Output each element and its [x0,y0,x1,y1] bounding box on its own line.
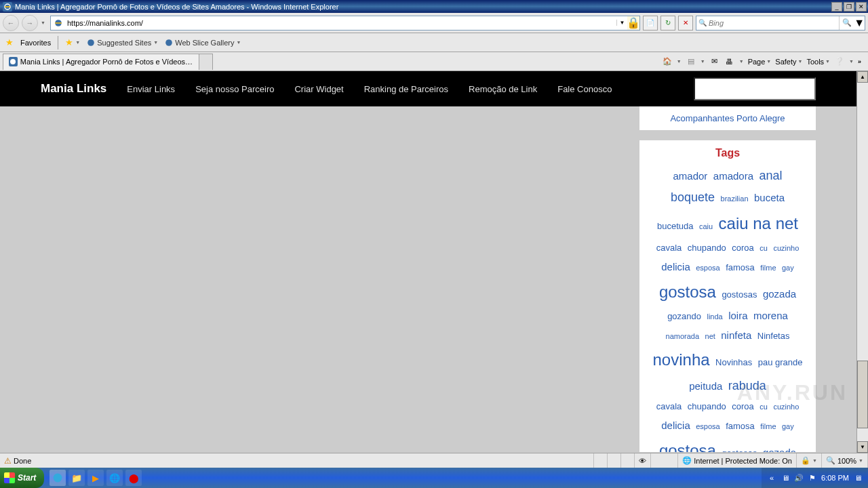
favorites-label[interactable]: Favorites [20,39,51,47]
privacy-cell[interactable]: 👁 [635,453,651,468]
browser-tab[interactable]: Mania Links | Agregador Pornô de Fotos e… [3,54,199,70]
tag-link[interactable]: morena [753,310,788,321]
tag-link[interactable]: ninfeta [721,329,751,341]
nav-widget[interactable]: Criar Widget [294,84,343,94]
vertical-scrollbar[interactable]: ▲ ▼ [856,71,868,453]
tag-link[interactable]: chupando [688,401,726,411]
taskbar-media-icon[interactable]: ▶ [87,470,104,486]
tag-link[interactable]: cuzinho [773,403,799,411]
nav-parceiro[interactable]: Seja nosso Parceiro [195,84,274,94]
lock-icon[interactable]: 🔒 [627,16,639,30]
new-tab-button[interactable] [199,54,213,70]
overflow-icon[interactable]: » [858,58,861,65]
forward-button[interactable]: → [22,15,38,31]
sidebar-link[interactable]: Acompanhantes Porto Alegre [670,113,785,123]
tag-link[interactable]: net [705,332,715,340]
site-logo[interactable]: Mania Links [41,82,106,96]
tag-link[interactable]: coroa [732,401,754,411]
tag-link[interactable]: namorada [666,332,700,340]
tag-link[interactable]: amadora [713,170,753,182]
url-input[interactable] [66,18,616,28]
tag-link[interactable]: cu [760,244,768,252]
tag-link[interactable]: filme [760,422,776,430]
nav-history-dropdown[interactable]: ▼ [41,20,47,25]
back-button[interactable]: ← [3,15,19,31]
tag-link[interactable]: esposa [696,264,719,272]
taskbar-ie-icon[interactable] [50,470,66,486]
protected-mode-cell[interactable]: 🔒▼ [797,453,822,468]
tag-link[interactable]: delicia [661,261,690,272]
tray-expand-icon[interactable]: « [767,473,776,483]
tag-link[interactable]: filme [760,264,776,272]
site-search-input[interactable] [694,77,816,100]
safety-menu[interactable]: Safety▼ [775,58,802,66]
scroll-track[interactable] [857,83,868,441]
refresh-button[interactable]: ↻ [660,16,675,30]
webslice-link[interactable]: Web Slice Gallery▼ [165,39,241,47]
tag-link[interactable]: brazilian [721,195,749,203]
tag-link[interactable]: rabuda [728,379,766,392]
tag-link[interactable]: buceta [754,192,785,203]
close-button[interactable]: ✕ [856,2,867,12]
tag-link[interactable]: novinha [653,350,710,369]
tag-link[interactable]: amador [673,170,708,182]
tag-link[interactable]: caiu na net [719,214,798,232]
zone-cell[interactable]: 🌐 Internet | Protected Mode: On [678,453,797,468]
tag-link[interactable]: gostosas [722,448,757,452]
tag-link[interactable]: caiu [699,222,713,230]
tag-link[interactable]: gostosa [659,283,716,301]
suggested-sites-link[interactable]: Suggested Sites▼ [87,39,158,47]
tag-link[interactable]: chupando [688,243,726,253]
tag-link[interactable]: bucetuda [657,221,694,231]
add-favorite-button[interactable]: ★▼ [65,37,80,47]
scroll-down-button[interactable]: ▼ [857,441,868,453]
tag-link[interactable]: boquete [671,190,715,204]
search-dropdown[interactable]: ▼ [854,17,865,29]
tag-link[interactable]: gozada [763,447,796,452]
nav-remocao[interactable]: Remoção de Link [469,84,537,94]
zoom-cell[interactable]: 🔍 100% ▼ [822,453,868,468]
nav-enviar[interactable]: Enviar Links [127,84,175,94]
page-menu[interactable]: Page▼ [748,58,772,66]
minimize-button[interactable]: _ [831,2,842,12]
tag-link[interactable]: gozada [763,288,796,300]
tag-link[interactable]: cu [760,403,768,411]
print-icon[interactable]: 🖶 [724,56,735,67]
rss-icon[interactable]: ▤ [686,56,696,67]
search-go-button[interactable]: 🔍 [839,16,854,30]
start-button[interactable]: Start [0,468,44,488]
tag-link[interactable]: linda [707,312,722,321]
taskbar-chrome-icon[interactable]: 🌐 [106,470,123,486]
taskbar-app-icon[interactable]: ⬤ [125,470,142,486]
tray-desktop-icon[interactable]: 🖥 [853,473,863,483]
tag-link[interactable]: famosa [726,262,755,272]
nav-ranking[interactable]: Ranking de Parceiros [364,84,448,94]
tag-link[interactable]: gay [782,264,794,272]
tray-network-icon[interactable]: 🖥 [781,473,790,483]
tray-clock[interactable]: 6:08 PM [821,474,849,482]
taskbar-explorer-icon[interactable]: 📁 [68,470,85,486]
tag-link[interactable]: Ninfetas [757,331,790,341]
favorites-star-icon[interactable]: ★ [5,37,14,47]
compat-button[interactable]: 📄 [643,16,658,30]
search-box[interactable]: 🔍 🔍 ▼ [696,16,865,30]
tools-menu[interactable]: Tools▼ [806,58,830,66]
address-dropdown[interactable]: ▼ [616,20,627,26]
tag-link[interactable]: gozando [667,311,701,321]
tag-link[interactable]: esposa [696,422,719,430]
mail-icon[interactable]: ✉ [709,56,720,67]
help-icon[interactable]: ❔ [834,56,845,67]
scroll-thumb[interactable] [857,361,868,428]
tag-link[interactable]: cavala [656,401,682,411]
nav-contato[interactable]: Fale Conosco [557,84,612,94]
home-icon[interactable]: 🏠 [662,56,673,67]
tag-link[interactable]: coroa [732,243,754,253]
maximize-button[interactable]: ❐ [844,2,854,12]
tag-link[interactable]: cuzinho [773,244,799,252]
tag-link[interactable]: famosa [726,421,755,431]
tag-link[interactable]: cavala [656,243,682,253]
tray-flag-icon[interactable]: ⚑ [808,473,817,483]
tag-link[interactable]: gostosa [659,441,716,452]
tag-link[interactable]: delicia [661,420,690,431]
scroll-up-button[interactable]: ▲ [857,71,868,83]
